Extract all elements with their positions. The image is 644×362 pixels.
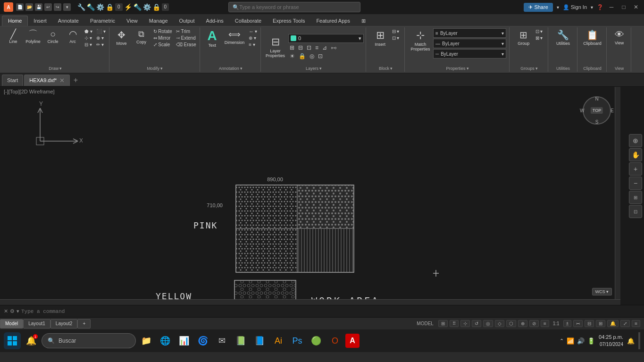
- annot-sm-3[interactable]: ≡ ▾: [247, 42, 259, 48]
- nav-sm-2[interactable]: ⊡: [629, 205, 642, 218]
- toolbar-icon-8[interactable]: 🔒: [152, 3, 160, 11]
- cmd-settings-btn[interactable]: ⚙: [10, 308, 15, 314]
- outlook-icon[interactable]: ✉: [213, 332, 230, 349]
- fullscreen-btn[interactable]: ⤢: [620, 320, 630, 327]
- tab-parametric[interactable]: Parametric: [84, 16, 121, 26]
- bylayer-arrow-2[interactable]: ▾: [502, 41, 504, 46]
- erase-tool[interactable]: ⌫ Erase: [175, 42, 198, 48]
- draw-sm-3[interactable]: ⊟ ▾: [83, 42, 94, 48]
- customize-btn[interactable]: ≡: [632, 320, 640, 327]
- draw-sm-4[interactable]: ⬛ ▾: [95, 28, 107, 34]
- nav-sm-1[interactable]: ⊞: [629, 191, 642, 204]
- ducs-btn[interactable]: ⬡: [506, 320, 516, 327]
- lock-btn[interactable]: ⊟: [585, 320, 594, 327]
- toolbar-icon-3[interactable]: ⚙️: [96, 3, 104, 11]
- redo-btn[interactable]: ↪: [54, 3, 61, 11]
- search-box[interactable]: 🔍 Type a keyword or phrase: [228, 2, 360, 12]
- command-input[interactable]: [21, 309, 640, 314]
- canvas-area[interactable]: Y X 890,00 710,00 PINK: [0, 87, 620, 305]
- notification-icon[interactable]: 🔔 1: [23, 332, 40, 349]
- extend-tool[interactable]: ⤙ Extend: [175, 35, 198, 41]
- polar-btn[interactable]: ↺: [472, 320, 481, 327]
- annot-sm-2[interactable]: ⊕ ▾: [247, 35, 259, 41]
- share-btn[interactable]: ✈ Share: [524, 3, 552, 12]
- battery-icon[interactable]: 🔋: [587, 337, 595, 345]
- grid-btn[interactable]: ⊞: [438, 320, 448, 327]
- clock[interactable]: 04:25 p.m. 07/10/2024: [599, 334, 623, 347]
- v-scrollbar[interactable]: [615, 87, 620, 299]
- toolbar-icon-2[interactable]: 🔦: [87, 3, 95, 11]
- tab-collaborate[interactable]: Collaborate: [229, 16, 267, 26]
- ortho-btn[interactable]: ⊹: [460, 320, 470, 327]
- layer-properties-btn[interactable]: ⊟ LayerProperties: [264, 35, 287, 59]
- undo-btn[interactable]: ↩: [44, 3, 52, 11]
- tab-output[interactable]: Output: [174, 16, 201, 26]
- draw-sm-1[interactable]: ⬟ ▾: [83, 28, 94, 34]
- network-icon[interactable]: 📶: [567, 337, 574, 345]
- close-tab-icon[interactable]: ✕: [59, 77, 65, 84]
- snap-btn[interactable]: ⠿: [450, 320, 459, 327]
- scale-tool[interactable]: ⤢ Scale: [152, 42, 174, 48]
- chevron-up-icon[interactable]: ⌃: [560, 338, 564, 344]
- toolbar-icon-7[interactable]: ⚙️: [143, 3, 151, 11]
- groups-sm-2[interactable]: ⊠ ▾: [534, 35, 544, 41]
- tab-insert[interactable]: Insert: [28, 16, 52, 26]
- word-icon[interactable]: 📘: [251, 332, 268, 349]
- start-tab[interactable]: Start: [2, 75, 23, 86]
- block-sm-2[interactable]: ⊡ ▾: [391, 35, 401, 41]
- bylayer-dropdown-2[interactable]: — ByLayer ▾: [433, 39, 506, 48]
- explorer-icon[interactable]: 📁: [138, 332, 155, 349]
- block-sm-1[interactable]: ⊟ ▾: [391, 28, 401, 34]
- dynin-btn[interactable]: ⊕: [518, 320, 527, 327]
- tab-annotate[interactable]: Annotate: [52, 16, 84, 26]
- layer-btn-6[interactable]: ⧟: [329, 44, 338, 51]
- layer-btn-3[interactable]: ⊡: [305, 44, 313, 51]
- ws-btn[interactable]: ∺: [573, 320, 583, 327]
- layers-expand-icon[interactable]: ▾: [319, 66, 322, 71]
- annotation-label[interactable]: Annotation ▾: [219, 66, 243, 71]
- clipboard-group-label[interactable]: Clipboard: [583, 66, 602, 71]
- layer-dropdown-arrow[interactable]: ▾: [359, 35, 361, 42]
- block-label[interactable]: Block ▾: [379, 66, 393, 71]
- tab-featured[interactable]: Featured Apps: [310, 16, 356, 26]
- zoom-in-btn[interactable]: +: [629, 162, 642, 176]
- autocad-icon[interactable]: A: [345, 334, 360, 348]
- draw-expand-icon[interactable]: ▾: [59, 66, 62, 71]
- anno-btn[interactable]: ±: [563, 320, 572, 327]
- mirror-tool[interactable]: ⇔ Mirror: [152, 35, 174, 41]
- toolbar-icon-1[interactable]: 🔧: [77, 3, 85, 11]
- wcs-button[interactable]: WCS ▾: [592, 288, 612, 295]
- match-properties-btn[interactable]: ⊹ MatchProperties: [409, 28, 432, 52]
- circle-tool[interactable]: ○ Circle: [43, 28, 62, 45]
- new-layout-btn[interactable]: +: [77, 319, 91, 328]
- maximize-btn[interactable]: □: [619, 3, 628, 11]
- rotate-tool[interactable]: ↻ Rotate: [152, 28, 174, 34]
- polyline-tool[interactable]: ⌒ Polyline: [24, 28, 42, 45]
- app-icon[interactable]: A: [4, 2, 13, 12]
- bylayer-dropdown-1[interactable]: ≡ ByLayer ▾: [433, 28, 506, 38]
- compass-center[interactable]: TOP: [591, 107, 603, 114]
- layer-btn-2[interactable]: ⊟: [297, 44, 304, 51]
- annotation-expand-icon[interactable]: ▾: [240, 66, 243, 71]
- view-group-label[interactable]: View: [615, 66, 624, 71]
- chrome-icon[interactable]: 🌐: [157, 332, 174, 349]
- layers-label[interactable]: Layers ▾: [306, 66, 322, 71]
- modify-expand-icon[interactable]: ▾: [160, 66, 163, 71]
- zoom-out-btn[interactable]: −: [629, 177, 642, 190]
- open-btn[interactable]: 📂: [25, 3, 33, 11]
- tab-express[interactable]: Express Tools: [267, 16, 310, 26]
- layer-dropdown-main[interactable]: 0 ▾: [288, 34, 364, 43]
- line-tool[interactable]: ╱ Line: [4, 28, 23, 45]
- cmd-x-btn[interactable]: ✕: [4, 308, 8, 314]
- dropdown-arrow[interactable]: ▾: [557, 5, 559, 10]
- draw-label[interactable]: Draw ▾: [49, 66, 62, 71]
- pan-btn[interactable]: ✋: [629, 148, 642, 161]
- dropdown-arrow-2[interactable]: ▾: [591, 5, 593, 10]
- osnap-btn[interactable]: ◎: [483, 320, 493, 327]
- draw-sm-2[interactable]: ⊹ ▾: [83, 35, 94, 41]
- new-btn[interactable]: 📄: [16, 3, 24, 11]
- lweight-btn[interactable]: ⊘: [529, 320, 539, 327]
- layer-btn-5[interactable]: ⊿: [321, 44, 328, 51]
- tab-manage[interactable]: Manage: [143, 16, 174, 26]
- annot-sm-1[interactable]: ↔ ▾: [247, 28, 259, 34]
